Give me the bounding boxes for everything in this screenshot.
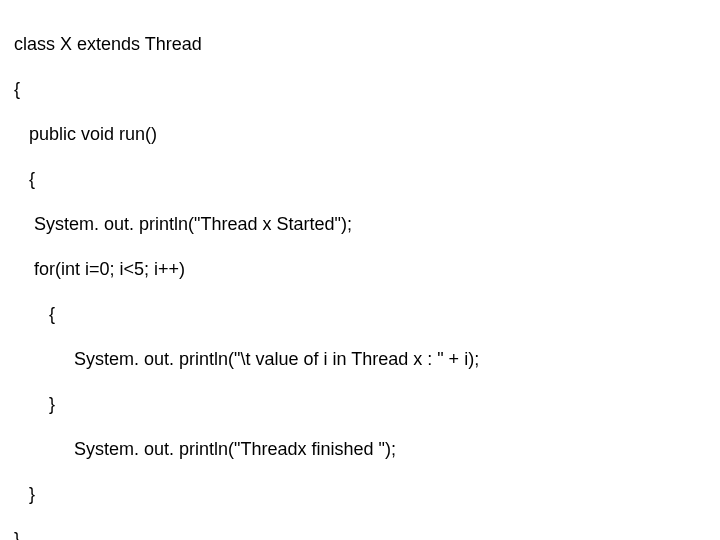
code-line: for(int i=0; i<5; i++) xyxy=(14,258,706,281)
code-line: System. out. println("Thread x Started")… xyxy=(14,213,706,236)
code-line: System. out. println("Threadx finished "… xyxy=(14,438,706,461)
code-line: public void run() xyxy=(14,123,706,146)
code-line: } xyxy=(14,483,706,506)
code-line: { xyxy=(14,303,706,326)
code-line: System. out. println("\t value of i in T… xyxy=(14,348,706,371)
code-block: class X extends Thread { public void run… xyxy=(14,10,706,540)
code-line: { xyxy=(14,78,706,101)
code-line: class X extends Thread xyxy=(14,33,706,56)
code-line: } xyxy=(14,528,706,541)
code-line: { xyxy=(14,168,706,191)
code-line: } xyxy=(14,393,706,416)
